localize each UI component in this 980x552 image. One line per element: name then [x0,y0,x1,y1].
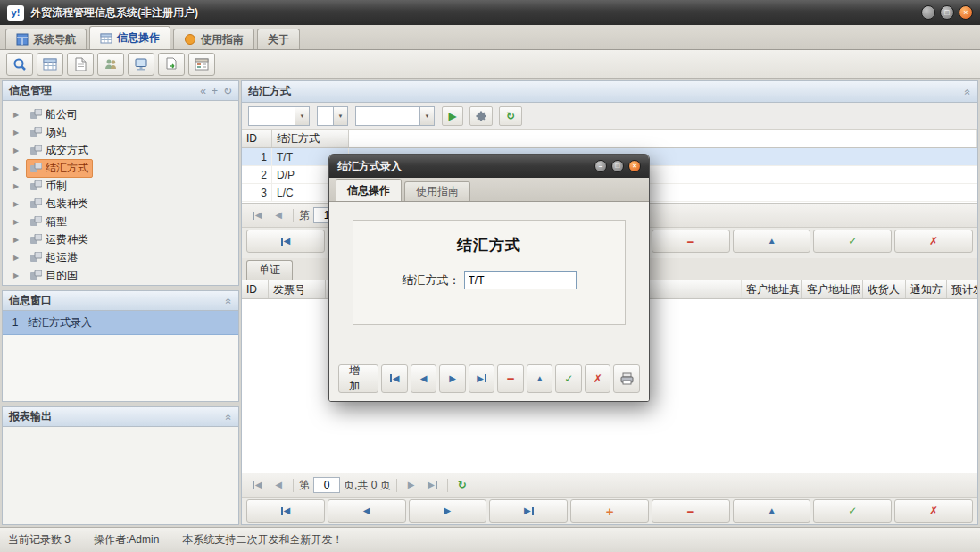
expand-icon[interactable]: ▶ [13,236,21,244]
page-number-input[interactable] [313,477,340,493]
data-grid-button[interactable] [37,53,63,76]
close-button[interactable]: × [959,5,973,20]
column-header-id[interactable]: ID [242,280,269,298]
refresh-page-button[interactable]: ↻ [453,476,471,494]
dialog-tab-info-ops[interactable]: 信息操作 [336,179,402,201]
search-button[interactable] [6,53,33,76]
tab-about[interactable]: 关于 [257,29,300,49]
column-header-expected-shipment[interactable]: 预计发货 [947,280,977,298]
expand-icon[interactable]: ▶ [13,200,21,208]
tab-documents[interactable]: 单证 [246,260,293,280]
first-button[interactable]: ◀ [381,364,408,393]
tree-item-departure-port[interactable]: ▶起运港 [3,248,238,266]
last-page-button[interactable]: ▶ [424,476,442,494]
printer-icon [620,372,634,385]
first-button[interactable]: ◀ [246,499,325,523]
settlement-input[interactable] [464,271,577,289]
tree-item-transaction-method[interactable]: ▶成交方式 [3,141,238,159]
edit-up-button[interactable]: ▲ [527,364,553,393]
print-button[interactable] [613,364,640,393]
document-button[interactable] [67,53,94,76]
tree-item-currency[interactable]: ▶币制 [3,177,238,195]
filter-op-input[interactable] [317,106,333,126]
minimize-button[interactable]: – [921,5,935,20]
tree-item-freight-type[interactable]: ▶运费种类 [3,230,238,248]
confirm-button[interactable]: ✓ [813,499,892,523]
chevron-down-icon[interactable]: ▼ [333,106,348,126]
filter-value-input[interactable] [355,106,419,126]
tree-item-packaging-type[interactable]: ▶包装种类 [3,195,238,213]
filter-field-input[interactable] [248,106,295,126]
expand-icon[interactable]: ▶ [13,164,21,172]
expand-icon[interactable]: ▶ [13,182,21,190]
last-button[interactable]: ▶ [489,499,568,523]
first-button[interactable]: ◀ [246,230,325,253]
cancel-button[interactable]: ✗ [894,499,973,523]
prev-button[interactable]: ◀ [328,499,406,523]
remove-button[interactable]: − [652,499,730,523]
collapse-icon[interactable]: « [224,297,235,304]
refresh-icon[interactable]: ↻ [223,86,232,96]
next-button[interactable]: ▶ [439,364,466,393]
column-header-invoice-no[interactable]: 发票号 [269,280,326,298]
dialog-minimize-button[interactable]: – [594,160,607,172]
add-icon[interactable]: + [212,86,218,96]
dialog-maximize-button[interactable]: □ [611,160,624,172]
refresh-button[interactable]: ↻ [499,106,522,126]
run-query-button[interactable]: ▶ [442,106,463,126]
column-header-customer-addr-real[interactable]: 客户地址真 [742,280,802,298]
tab-info-ops[interactable]: 信息操作 [89,26,170,49]
expand-icon[interactable]: ▶ [13,218,21,226]
expand-icon[interactable]: ▶ [13,272,21,280]
confirm-button[interactable]: ✓ [813,230,892,253]
expand-icon[interactable]: ▶ [13,254,21,262]
column-header-notify-party[interactable]: 通知方 [906,280,947,298]
expand-icon[interactable]: ▶ [13,111,21,119]
edit-up-button[interactable]: ▲ [733,499,811,523]
maximize-button[interactable]: □ [940,5,954,20]
tree-item-container-type[interactable]: ▶箱型 [3,213,238,230]
dialog-titlebar[interactable]: 结汇方式录入 – □ × [329,155,649,178]
column-header-id[interactable]: ID [242,130,272,147]
collapse-icon[interactable]: « [224,414,235,420]
collapse-left-icon[interactable]: « [200,86,206,96]
add-button[interactable]: + [570,499,649,523]
tree-item-shipping-company[interactable]: ▶船公司 [3,105,238,123]
column-header-customer-addr-fake[interactable]: 客户地址假 [802,280,863,298]
confirm-button[interactable]: ✓ [555,364,582,393]
remove-button[interactable]: − [652,230,730,253]
next-page-button[interactable]: ▶ [403,476,420,494]
report-button[interactable] [188,53,215,76]
prev-page-button[interactable]: ◀ [270,476,287,494]
expand-icon[interactable]: ▶ [13,129,21,137]
first-page-button[interactable]: ◀ [248,476,266,494]
tree-item-settlement-method[interactable]: ▶结汇方式 [3,159,238,177]
first-page-button[interactable]: ◀ [248,206,266,224]
last-button[interactable]: ▶ [469,364,495,393]
settings-button[interactable] [469,106,493,126]
add-record-button[interactable]: 增加 [338,364,378,393]
tab-user-guide[interactable]: 使用指南 [173,29,254,49]
chevron-down-icon[interactable]: ▼ [419,106,435,126]
prev-page-button[interactable]: ◀ [270,206,287,224]
remove-button[interactable]: − [497,364,524,393]
tab-system-nav[interactable]: 系统导航 [5,29,87,49]
users-button[interactable] [97,53,124,76]
list-item-settlement-entry[interactable]: 1 结汇方式录入 [3,311,238,335]
tree-item-yard[interactable]: ▶场站 [3,123,238,141]
expand-icon[interactable]: ▶ [13,146,21,155]
cancel-button[interactable]: ✗ [585,364,611,393]
computer-button[interactable] [128,53,154,76]
column-header-settlement[interactable]: 结汇方式 [272,130,349,147]
chevron-down-icon[interactable]: ▼ [295,106,310,126]
dialog-close-button[interactable]: × [628,160,641,172]
cancel-button[interactable]: ✗ [894,230,973,253]
export-button[interactable] [158,53,185,76]
edit-up-button[interactable]: ▲ [733,230,811,253]
dialog-tab-user-guide[interactable]: 使用指南 [404,181,470,201]
prev-button[interactable]: ◀ [411,364,437,393]
tree-item-destination-country[interactable]: ▶目的国 [3,266,238,284]
collapse-icon[interactable]: « [963,88,974,95]
column-header-consignee[interactable]: 收货人 [863,280,906,298]
next-button[interactable]: ▶ [409,499,487,523]
